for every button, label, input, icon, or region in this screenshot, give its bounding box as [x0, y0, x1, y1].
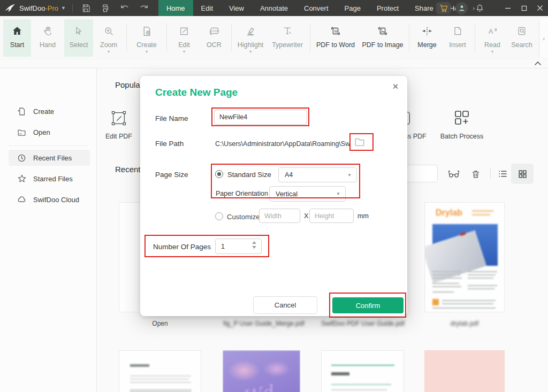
- toolbar-pdf-to-image-button[interactable]: PDF to Image: [359, 19, 407, 57]
- pdf-to-image-icon: [376, 24, 389, 38]
- file-name-label: SwifDoo PDF User Guide.pdf: [321, 320, 404, 327]
- spinner-down-icon[interactable]: [252, 246, 256, 249]
- redo-icon[interactable]: [136, 2, 152, 14]
- cancel-button[interactable]: Cancel: [253, 296, 317, 314]
- titlebar-right-controls: [436, 0, 548, 16]
- recent-file-card[interactable]: [321, 350, 404, 392]
- spinner-up-icon[interactable]: [252, 241, 256, 244]
- svg-text:A: A: [489, 27, 493, 35]
- toolbar-ocr-button[interactable]: OCR OCR: [199, 19, 229, 57]
- menu-convert[interactable]: Convert: [296, 0, 337, 16]
- insert-icon: [452, 24, 463, 38]
- menu-page[interactable]: Page: [337, 0, 369, 16]
- dialog-title: Create New Page: [155, 87, 238, 98]
- unit-label: mm: [357, 212, 369, 220]
- recent-file-card-drylab[interactable]: Drylab: [424, 202, 505, 312]
- toolbar-start-button[interactable]: Start: [3, 19, 31, 57]
- toolbar-zoom-button[interactable]: Zoom ▾: [93, 19, 124, 57]
- customize-radio[interactable]: [215, 212, 223, 220]
- zoom-dropdown-caret-icon[interactable]: ▾: [108, 50, 110, 53]
- number-of-pages-label: Number Of Pages: [153, 243, 211, 251]
- dialog-close-icon[interactable]: ✕: [390, 81, 401, 92]
- menu-home[interactable]: Home: [158, 0, 193, 16]
- save-icon[interactable]: [78, 2, 94, 14]
- app-menu-caret-icon[interactable]: ▼: [61, 5, 66, 11]
- clock-icon: [17, 153, 27, 163]
- create-file-icon: [141, 24, 153, 38]
- file-name-label: File Name: [155, 114, 188, 122]
- edit-pdf-icon: [89, 106, 148, 127]
- toolbar-overflow-button[interactable]: ›: [539, 19, 548, 58]
- toolbar-merge-button[interactable]: Merge: [412, 19, 443, 57]
- grid-view-toggle[interactable]: [511, 164, 534, 184]
- undo-icon[interactable]: [117, 2, 133, 14]
- page-size-select[interactable]: A4 ▼: [278, 167, 357, 182]
- sidebar-divider: [9, 145, 88, 146]
- toolbar-select-button[interactable]: Select: [64, 19, 93, 57]
- trash-icon[interactable]: [469, 167, 483, 181]
- number-of-pages-spinner[interactable]: 1: [215, 239, 262, 254]
- toolbar-separator: [310, 24, 310, 51]
- print-icon[interactable]: [97, 2, 113, 14]
- menu-annotate[interactable]: Annotate: [252, 0, 296, 16]
- account-icon[interactable]: [455, 2, 468, 14]
- swifdoo-logo-icon: [4, 3, 16, 13]
- dimensions-x-separator: X: [304, 212, 308, 220]
- popular-item-edit-pdf[interactable]: Edit PDF: [89, 106, 148, 140]
- grid-view-icon: [517, 169, 528, 179]
- menu-protect[interactable]: Protect: [369, 0, 407, 16]
- browse-folder-icon[interactable]: [354, 136, 366, 148]
- toolbar-create-button[interactable]: Create ▾: [129, 19, 164, 57]
- sidebar-item-open[interactable]: Open: [9, 124, 90, 140]
- popular-item-batch-process[interactable]: Batch Process: [432, 106, 491, 140]
- menu-bar: Home Edit View Annotate Convert Page Pro…: [158, 0, 472, 16]
- notifications-icon[interactable]: [473, 4, 486, 12]
- read-dropdown-caret-icon[interactable]: ▾: [491, 50, 493, 53]
- open-tile-label: Open: [119, 320, 201, 327]
- toolbar-search-button[interactable]: Search: [507, 19, 536, 57]
- menu-edit[interactable]: Edit: [193, 0, 221, 16]
- maximize-button[interactable]: [516, 0, 532, 16]
- edit-icon: [179, 24, 189, 38]
- reading-glasses-icon[interactable]: [447, 167, 461, 181]
- file-path-value: C:\Users\Administrator\AppData\Roaming\S…: [215, 140, 351, 148]
- toolbar-read-button[interactable]: A Read ▾: [477, 19, 507, 57]
- recent-file-card[interactable]: [424, 350, 505, 392]
- file-name-input[interactable]: [214, 110, 307, 125]
- highlight-dropdown-caret-icon[interactable]: ▾: [249, 50, 252, 53]
- toolbar-hand-button[interactable]: Hand: [31, 19, 64, 57]
- toolbar-insert-button[interactable]: Insert: [443, 19, 473, 57]
- confirm-button[interactable]: Confirm: [332, 297, 404, 313]
- create-dropdown-caret-icon[interactable]: ▾: [146, 50, 148, 53]
- sidebar-item-recent-files[interactable]: Recent Files: [9, 150, 90, 166]
- paper-orientation-label: Paper Orientation: [216, 190, 268, 197]
- menu-view[interactable]: View: [221, 0, 252, 16]
- minimize-button[interactable]: [500, 0, 516, 16]
- toolbar-pdf-to-word-button[interactable]: W PDF to Word: [313, 19, 359, 57]
- sidebar-item-create[interactable]: Create: [9, 103, 90, 119]
- customize-radio-label[interactable]: Customize: [227, 213, 260, 221]
- recent-file-card[interactable]: [119, 350, 201, 392]
- toolbar-separator: [475, 24, 475, 51]
- view-controls-divider: [490, 168, 491, 179]
- toolbar-typewriter-button[interactable]: Typewriter: [267, 19, 308, 57]
- edit-dropdown-caret-icon[interactable]: ▾: [183, 50, 185, 53]
- custom-height-input[interactable]: [309, 209, 354, 223]
- recent-file-card[interactable]: Wd: [223, 350, 300, 392]
- merge-icon: [421, 24, 433, 38]
- standard-size-radio-label[interactable]: Standard Size: [227, 171, 271, 179]
- sidebar-item-starred-files[interactable]: Starred Files: [9, 171, 90, 187]
- paper-orientation-select[interactable]: Vertical ▼: [269, 186, 346, 202]
- toolbar: Start Hand Select Zoom ▾ Create ▾ Edit ▾: [0, 16, 548, 60]
- custom-width-input[interactable]: [259, 209, 300, 223]
- sidebar-item-swifdoo-cloud[interactable]: SwifDoo Cloud: [9, 191, 90, 207]
- standard-size-radio[interactable]: [215, 170, 223, 178]
- close-button[interactable]: [532, 0, 548, 16]
- toolbar-edit-button[interactable]: Edit ▾: [169, 19, 199, 57]
- collapse-ribbon-icon[interactable]: [533, 59, 543, 67]
- app-name[interactable]: SwifDoo-Pro: [19, 4, 58, 12]
- recent-section-title: Recent: [115, 165, 141, 174]
- cart-icon[interactable]: [436, 2, 451, 14]
- list-view-icon[interactable]: [496, 167, 509, 181]
- toolbar-highlight-button[interactable]: Highlight ▾: [234, 19, 267, 57]
